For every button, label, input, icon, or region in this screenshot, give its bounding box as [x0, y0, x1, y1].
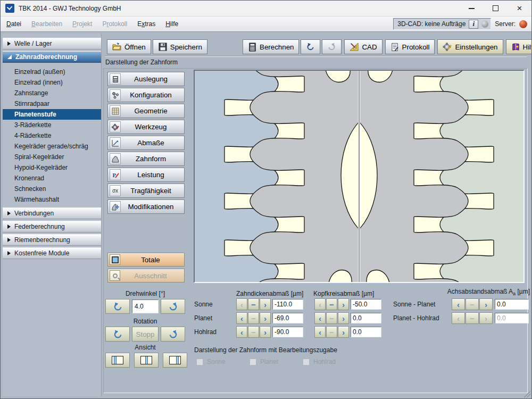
zahnform-button[interactable]: Zahnform — [107, 152, 185, 166]
auslegung-button[interactable]: Auslegung — [107, 72, 185, 86]
p-pencil-icon: P — [110, 169, 121, 180]
modifikationen-button[interactable]: Modifikationen — [107, 200, 185, 214]
achs-sonne-planet-input[interactable] — [495, 299, 529, 310]
sidebar-item-kronenrad[interactable]: Kronenrad — [3, 173, 101, 184]
checkbox-planet[interactable] — [250, 359, 256, 365]
checkbox-sonne[interactable] — [196, 359, 203, 365]
werkzeug-button[interactable]: Werkzeug — [107, 120, 185, 134]
drehwinkel-input[interactable] — [132, 300, 159, 313]
zahndicken-sonne-decrement[interactable]: ‹ — [236, 298, 247, 310]
zahndicken-hohlrad-zero[interactable]: − — [248, 326, 259, 338]
sidebar-item-waermehaushalt[interactable]: Wärmehaushalt — [3, 194, 101, 205]
menu-datei[interactable]: Datei — [5, 19, 23, 29]
sidebar-item-3-raederkette[interactable]: 3-Räderkette — [3, 120, 101, 130]
kopfkreis-sonne-zero[interactable]: − — [326, 298, 337, 310]
sidebar-section-zahnradberechnung[interactable]: Zahnradberechnung — [3, 51, 101, 63]
help-button[interactable]: Hilfe — [506, 39, 532, 54]
sidebar-item-schnecken[interactable]: Schnecken — [3, 184, 101, 194]
sidebar-item-kegelraeder[interactable]: Kegelräder gerade/schräg — [3, 141, 101, 152]
achs-sonne-planet-increment[interactable]: › — [479, 298, 493, 310]
kopfkreis-hohlrad-input[interactable] — [351, 327, 381, 337]
protocol-button[interactable]: Protokoll — [385, 39, 435, 54]
app-icon — [5, 4, 14, 13]
save-button[interactable]: Speichern — [153, 39, 207, 54]
undo-button[interactable] — [301, 39, 320, 54]
view-left-button[interactable] — [105, 353, 130, 368]
sidebar-item-einzelrad-innen[interactable]: Einzelrad (innen) — [3, 77, 101, 88]
zahndicken-planet-decrement[interactable]: ‹ — [236, 312, 247, 324]
kopfkreis-hohlrad-zero[interactable]: − — [326, 326, 337, 338]
sidebar-item-stirnradpaar[interactable]: Stirnradpaar — [3, 98, 101, 109]
sidebar-section-welle-lager[interactable]: Welle / Lager — [3, 38, 101, 49]
checkbox-hohlrad[interactable] — [303, 359, 310, 365]
sidebar-item-einzelrad-aussen[interactable]: Einzelrad (außen) — [3, 66, 101, 77]
redo-button[interactable] — [322, 39, 342, 54]
geometrie-button[interactable]: Geometrie — [107, 104, 185, 118]
kopfkreis-sonne-decrement[interactable]: ‹ — [314, 298, 326, 310]
totale-button[interactable]: Totale — [107, 253, 185, 267]
zahndicken-planet-increment[interactable]: › — [260, 312, 271, 324]
achs-planet-hohlrad-zero[interactable]: − — [466, 312, 479, 324]
sidebar-section-federberechnung[interactable]: Federberechnung — [3, 221, 101, 232]
open-button[interactable]: Öffnen — [107, 39, 151, 54]
maximize-button[interactable] — [484, 1, 508, 16]
zahndicken-hohlrad-decrement[interactable]: ‹ — [236, 326, 247, 338]
kopfkreis-planet-increment[interactable]: › — [338, 312, 349, 324]
sidebar-section-riemenberechnung[interactable]: Riemenberechnung — [3, 234, 101, 246]
achs-planet-hohlrad-decrement[interactable]: ‹ — [452, 312, 465, 324]
kopfkreis-planet-input[interactable] — [351, 313, 381, 323]
menu-bearbeiten[interactable]: Bearbeiten — [30, 19, 64, 29]
achs-planet-hohlrad-increment[interactable]: › — [479, 312, 493, 324]
kopfkreis-planet-decrement[interactable]: ‹ — [314, 312, 326, 324]
achs-sonne-planet-decrement[interactable]: ‹ — [452, 298, 465, 310]
kopfkreis-hohlrad-decrement[interactable]: ‹ — [314, 326, 326, 338]
stop-button[interactable]: Stopp — [132, 327, 159, 342]
close-button[interactable]: × — [508, 1, 531, 16]
info-button[interactable]: i — [469, 20, 478, 29]
rotate-ccw-step-button[interactable] — [105, 299, 130, 314]
sidebar-item-4-raederkette[interactable]: 4-Räderkette — [3, 130, 101, 141]
minus-icon: − — [329, 301, 334, 309]
kopfkreis-planet-zero[interactable]: − — [326, 312, 337, 324]
sidebar-section-verbindungen[interactable]: Verbindungen — [3, 207, 101, 219]
view-center-button[interactable] — [134, 353, 159, 368]
rotation-ccw-button[interactable] — [105, 327, 130, 342]
minimize-button[interactable] — [460, 1, 484, 16]
achs-sonne-planet-zero[interactable]: − — [466, 298, 479, 310]
gear-mesh-canvas[interactable] — [194, 70, 525, 283]
achs-planet-hohlrad-input[interactable] — [495, 313, 529, 323]
kopfkreis-sonne-increment[interactable]: › — [338, 298, 349, 310]
zahndicken-sonne-input[interactable] — [272, 299, 303, 310]
menu-protokoll[interactable]: Protokoll — [101, 19, 129, 29]
ausschnitt-button[interactable]: Ausschnitt — [107, 269, 185, 282]
zahndicken-hohlrad-increment[interactable]: › — [260, 326, 271, 338]
kopfkreis-hohlrad-increment[interactable]: › — [338, 326, 349, 338]
cad-button[interactable]: CAD — [344, 39, 382, 54]
sidebar-item-hypoid-kegelraeder[interactable]: Hypoid-Kegelräder — [3, 162, 101, 173]
sidebar-item-spiral-kegelraeder[interactable]: Spiral-Kegelräder — [3, 152, 101, 162]
tragfaehigkeit-button[interactable]: σx Tragfähigkeit — [107, 184, 185, 198]
zahndicken-planet-input[interactable] — [272, 313, 303, 323]
leistung-button[interactable]: P Leistung — [107, 168, 185, 182]
settings-button[interactable]: Einstellungen — [437, 39, 503, 54]
rotate-cw-step-button[interactable] — [161, 299, 185, 314]
sidebar-item-planetenstufe[interactable]: Planetenstufe — [3, 109, 101, 120]
resize-grip[interactable] — [524, 391, 530, 397]
collapsed-triangle-icon — [7, 238, 11, 242]
zahndicken-sonne-increment[interactable]: › — [260, 298, 271, 310]
sidebar-section-kostenfreie-module[interactable]: Kostenfreie Module — [3, 247, 101, 259]
konfiguration-button[interactable]: Konfiguration — [107, 88, 185, 102]
menu-extras[interactable]: Extras — [136, 19, 157, 29]
view-right-button[interactable] — [163, 353, 187, 368]
save-floppy-icon — [158, 42, 168, 52]
menu-projekt[interactable]: Projekt — [71, 19, 94, 29]
abmasse-button[interactable]: Abmaße — [107, 136, 185, 150]
zahndicken-hohlrad-input[interactable] — [272, 327, 303, 337]
menu-hilfe[interactable]: Hilfe — [164, 19, 180, 29]
zahndicken-sonne-zero[interactable]: − — [248, 298, 259, 310]
rotation-cw-button[interactable] — [161, 327, 185, 342]
kopfkreis-sonne-input[interactable] — [351, 299, 381, 310]
zahndicken-planet-zero[interactable]: − — [248, 312, 259, 324]
sidebar-item-zahnstange[interactable]: Zahnstange — [3, 88, 101, 98]
calculate-button[interactable]: Berechnen — [243, 39, 299, 54]
